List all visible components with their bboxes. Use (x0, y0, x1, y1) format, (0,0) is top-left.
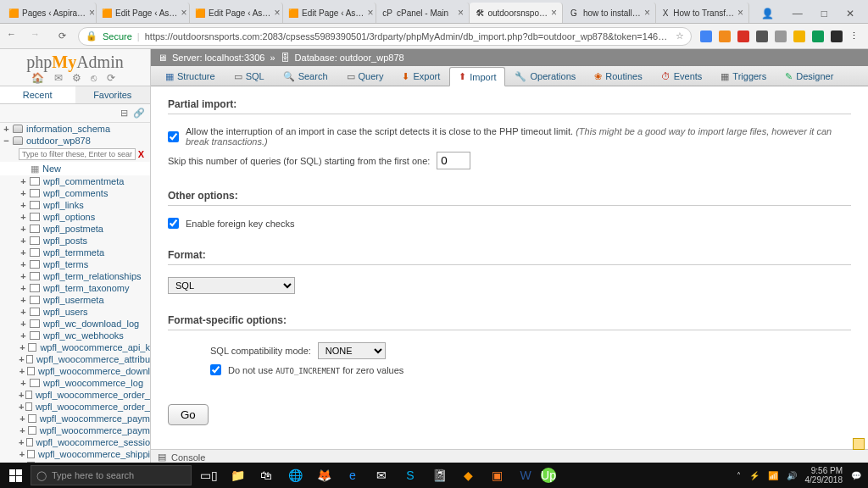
sql-compat-select[interactable]: NONE (318, 342, 386, 359)
allow-interrupt-checkbox[interactable] (168, 131, 179, 142)
no-autoincrement-checkbox[interactable] (210, 364, 221, 375)
maintab-import[interactable]: ⬆Import (449, 67, 505, 86)
table-item[interactable]: +wpfl_posts (0, 235, 150, 247)
table-item[interactable]: +wpfl_wc_download_log (0, 318, 150, 330)
link-icon[interactable]: 🔗 (133, 108, 145, 119)
power-icon[interactable]: ⚡ (749, 471, 760, 480)
tree-filter-input[interactable] (19, 148, 136, 160)
maintab-designer[interactable]: ✎Designer (776, 66, 843, 86)
taskview-icon[interactable]: ▭▯ (195, 463, 222, 488)
maintab-sql[interactable]: ▭SQL (225, 66, 274, 86)
ext-icon[interactable] (756, 30, 768, 42)
close-tab-icon[interactable]: × (458, 7, 464, 19)
sublime-icon[interactable]: ◆ (454, 463, 481, 488)
table-item[interactable]: +wpfl_users (0, 306, 150, 318)
browser-tab[interactable]: cPcPanel - Main× (376, 3, 470, 23)
ext-icon[interactable] (737, 30, 749, 42)
table-item[interactable]: +wpfl_woocommerce_order_ (0, 389, 150, 401)
back-button[interactable]: ← (7, 29, 22, 44)
table-item[interactable]: +wpfl_terms (0, 258, 150, 270)
close-tab-icon[interactable]: × (551, 7, 557, 19)
edge-icon[interactable]: e (339, 463, 366, 488)
ext-icon[interactable] (831, 30, 843, 42)
close-tab-icon[interactable]: × (181, 7, 186, 19)
browser-tab[interactable]: 🛠outdoorsnspo…× (470, 3, 563, 23)
browser-tab[interactable]: 🟧Edit Page ‹ As…× (97, 3, 190, 23)
clock[interactable]: 9:56 PM4/29/2018 (805, 466, 843, 485)
close-tab-icon[interactable]: × (274, 7, 280, 19)
format-select[interactable]: SQL (168, 277, 295, 294)
browser-tab[interactable]: 🟧Edit Page ‹ As…× (283, 3, 376, 23)
maintab-events[interactable]: ⏱Events (652, 66, 712, 86)
close-tab-icon[interactable]: × (644, 7, 650, 19)
bookmark-star-icon[interactable]: ☆ (676, 30, 684, 42)
pma-logo[interactable]: phpMyAdmin (0, 49, 150, 72)
maintab-structure[interactable]: ▦Structure (156, 66, 225, 86)
maintab-search[interactable]: 🔍Search (274, 66, 337, 86)
browser-tab[interactable]: XHow to Transf…× (656, 3, 749, 23)
clear-filter-icon[interactable]: X (136, 149, 147, 159)
table-item[interactable]: +wpfl_woocommerce_log (0, 377, 150, 389)
reload-button[interactable]: ⟳ (54, 29, 70, 44)
table-item[interactable]: +wpfl_woocommerce_shippi (0, 448, 150, 460)
table-item[interactable]: +wpfl_commentmeta (0, 175, 150, 187)
table-item[interactable]: +wpfl_term_taxonomy (0, 282, 150, 294)
ext-icon[interactable] (793, 30, 805, 42)
table-item[interactable]: +wpfl_postmeta (0, 223, 150, 235)
sidetab-recent[interactable]: Recent (0, 86, 75, 103)
skype-icon[interactable]: S (397, 463, 424, 488)
minimize-button[interactable]: — (793, 8, 803, 19)
maintab-routines[interactable]: ❀Routines (585, 66, 651, 86)
new-table-item[interactable]: ▦New (0, 162, 150, 175)
browser-tab[interactable]: 🟧Pages ‹ Aspira…× (3, 3, 97, 23)
store-icon[interactable]: 🛍 (253, 463, 280, 488)
browser-tab[interactable]: 🟧Edit Page ‹ As…× (190, 3, 283, 23)
table-item[interactable]: +wpfl_term_relationships (0, 270, 150, 282)
close-window-button[interactable]: ✕ (846, 8, 854, 19)
notepad-icon[interactable]: 📓 (426, 463, 453, 488)
browser-tab[interactable]: Ghow to install…× (563, 3, 656, 23)
table-item[interactable]: +wpfl_woocommerce_downl (0, 365, 150, 377)
ext-icon[interactable] (700, 30, 712, 42)
skip-queries-input[interactable] (437, 152, 470, 169)
forward-button[interactable]: → (31, 29, 46, 44)
xampp-icon[interactable]: ▣ (483, 463, 510, 488)
db-item[interactable]: +information_schema (0, 123, 150, 135)
close-tab-icon[interactable]: × (737, 7, 743, 19)
firefox-icon[interactable]: 🦊 (310, 463, 337, 488)
maintab-triggers[interactable]: ▦Triggers (711, 66, 776, 86)
mail-icon[interactable]: ✉ (368, 463, 395, 488)
table-item[interactable]: +wpfl_woocommerce_paym (0, 413, 150, 424)
maintab-export[interactable]: ⬇Export (392, 66, 449, 86)
chrome-icon[interactable]: 🌐 (281, 463, 309, 488)
table-item[interactable]: +wpfl_options (0, 211, 150, 223)
ext-icon[interactable] (775, 30, 787, 42)
menu-button[interactable]: ⋮ (849, 30, 861, 42)
close-tab-icon[interactable]: × (89, 7, 95, 19)
table-item[interactable]: +wpfl_wc_webhooks (0, 330, 150, 341)
sidetab-favorites[interactable]: Favorites (75, 86, 151, 103)
table-item[interactable]: +wpfl_woocommerce_sessio (0, 436, 150, 448)
table-item[interactable]: +wpfl_usermeta (0, 294, 150, 306)
breadcrumb-server[interactable]: Server: localhost:3306 (172, 53, 264, 63)
table-item[interactable]: +wpfl_woocommerce_api_k (0, 341, 150, 353)
table-item[interactable]: +wpfl_termmeta (0, 247, 150, 258)
maintab-operations[interactable]: 🔧Operations (505, 66, 585, 86)
go-button[interactable]: Go (168, 404, 209, 425)
upwork-icon[interactable]: Up (541, 468, 556, 483)
omnibox[interactable]: 🔒 Secure | https://outdoorsnsports.com:2… (78, 27, 692, 46)
warning-icon[interactable] (853, 438, 865, 450)
ext-icon[interactable] (719, 30, 731, 42)
table-item[interactable]: +wpfl_links (0, 199, 150, 211)
tray-up-icon[interactable]: ˄ (737, 471, 741, 480)
explorer-icon[interactable]: 📁 (224, 463, 251, 488)
user-icon[interactable]: 👤 (761, 8, 774, 19)
maximize-button[interactable]: □ (821, 8, 827, 19)
close-tab-icon[interactable]: × (367, 7, 373, 19)
table-item[interactable]: +wpfl_comments (0, 187, 150, 199)
pma-home-icons[interactable]: 🏠 ✉ ⚙ ⎋ ⟳ (0, 72, 150, 86)
table-item[interactable]: +wpfl_woocommerce_paym (0, 424, 150, 436)
db-item[interactable]: −outdoor_wp878 (0, 135, 150, 147)
table-item[interactable]: +wpfl_woocommerce_order_ (0, 401, 150, 413)
volume-icon[interactable]: 🔊 (787, 471, 797, 480)
